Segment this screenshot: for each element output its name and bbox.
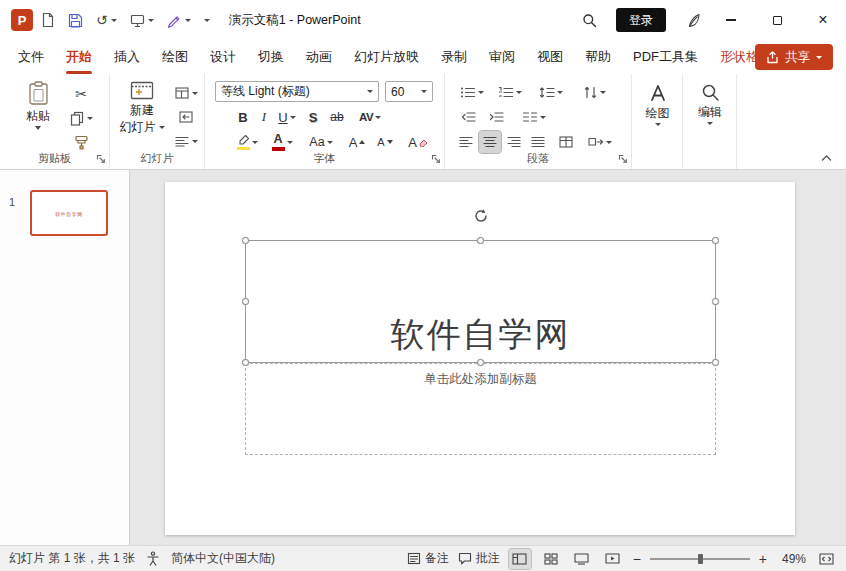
new-slide-button[interactable]: 新建 幻灯片 <box>116 81 168 135</box>
collapse-ribbon-button[interactable] <box>821 154 832 162</box>
font-color-button[interactable]: A <box>267 131 297 153</box>
increase-indent-button[interactable] <box>483 106 509 128</box>
new-file-button[interactable] <box>36 7 60 33</box>
fit-slide-to-window-button[interactable] <box>815 549 837 569</box>
zoom-slider[interactable] <box>650 552 750 566</box>
accessibility-button[interactable] <box>146 551 160 566</box>
title-placeholder[interactable]: 软件自学网 <box>245 240 716 363</box>
bullets-button[interactable] <box>455 81 489 103</box>
align-left-button[interactable] <box>455 131 477 153</box>
columns-button[interactable] <box>515 106 553 128</box>
strikethrough-button[interactable]: ab <box>325 106 349 128</box>
search-button[interactable] <box>574 7 604 33</box>
numbering-button[interactable] <box>493 81 527 103</box>
paragraph-dialog-launcher[interactable] <box>617 153 628 164</box>
ribbon: 粘贴 ✂ 剪贴板 新建 幻灯片 <box>0 74 846 170</box>
decrease-indent-button[interactable] <box>455 106 481 128</box>
tab-draw[interactable]: 绘图 <box>151 40 199 74</box>
ink-pen-button[interactable] <box>162 7 196 33</box>
quick-access-overflow-button[interactable] <box>199 7 215 33</box>
section-button[interactable] <box>170 132 202 150</box>
draw-quill-button[interactable] <box>678 7 708 33</box>
resize-handle-w[interactable] <box>242 298 249 305</box>
convert-to-smartart-button[interactable] <box>581 131 619 153</box>
tab-view[interactable]: 视图 <box>526 40 574 74</box>
font-dialog-launcher[interactable] <box>430 153 441 164</box>
font-name-select[interactable]: 等线 Light (标题) <box>215 81 379 102</box>
tab-animations[interactable]: 动画 <box>295 40 343 74</box>
align-center-button[interactable] <box>479 131 501 153</box>
close-button[interactable]: × <box>800 0 846 40</box>
resize-handle-sw[interactable] <box>242 359 249 366</box>
resize-handle-nw[interactable] <box>242 237 249 244</box>
comments-button[interactable]: 批注 <box>458 550 500 567</box>
rotate-handle[interactable] <box>473 208 489 224</box>
undo-button[interactable]: ↺ <box>91 7 122 33</box>
minimize-icon <box>726 19 736 20</box>
resize-handle-se[interactable] <box>712 359 719 366</box>
character-spacing-button[interactable]: AV <box>353 106 387 128</box>
line-spacing-button[interactable] <box>533 81 569 103</box>
tab-file[interactable]: 文件 <box>7 40 55 74</box>
resize-handle-n[interactable] <box>477 237 484 244</box>
slide-thumbnail[interactable]: 软件自学网 <box>30 190 108 236</box>
tab-insert[interactable]: 插入 <box>103 40 151 74</box>
slide-thumbnail-panel: 1 软件自学网 <box>0 170 130 545</box>
slide-sorter-view-button[interactable] <box>540 549 562 569</box>
save-button[interactable] <box>63 7 88 33</box>
cut-button[interactable]: ✂ <box>64 84 98 104</box>
tab-pdf-tools[interactable]: PDF工具集 <box>622 40 709 74</box>
format-painter-button[interactable] <box>64 132 98 152</box>
tab-help[interactable]: 帮助 <box>574 40 622 74</box>
copy-button[interactable] <box>64 108 98 128</box>
normal-view-button[interactable] <box>509 549 531 569</box>
justify-button[interactable] <box>527 131 549 153</box>
font-size-select[interactable]: 60 <box>385 81 433 102</box>
change-case-button[interactable]: Aa <box>305 131 337 153</box>
maximize-button[interactable] <box>754 0 800 40</box>
editing-group-button[interactable]: 编辑 <box>689 83 731 125</box>
slide-counter[interactable]: 幻灯片 第 1 张，共 1 张 <box>9 550 135 567</box>
start-slideshow-button[interactable] <box>125 7 159 33</box>
zoom-level[interactable]: 49% <box>776 552 806 566</box>
italic-button[interactable]: I <box>255 106 273 128</box>
save-icon <box>68 13 83 28</box>
tab-record[interactable]: 录制 <box>430 40 478 74</box>
layout-button[interactable] <box>170 84 202 102</box>
grow-font-button[interactable]: A <box>345 131 369 153</box>
notes-button[interactable]: 备注 <box>407 550 449 567</box>
reading-view-button[interactable] <box>571 549 593 569</box>
tab-design[interactable]: 设计 <box>199 40 247 74</box>
share-button[interactable]: 共享 <box>755 44 833 70</box>
text-shadow-button[interactable]: S <box>303 106 323 128</box>
drawing-group-button[interactable]: 绘图 <box>637 83 678 126</box>
tab-slideshow[interactable]: 幻灯片放映 <box>343 40 430 74</box>
highlight-color-button[interactable] <box>231 131 263 153</box>
login-button[interactable]: 登录 <box>616 8 666 32</box>
tab-transitions[interactable]: 切换 <box>247 40 295 74</box>
bold-button[interactable]: B <box>233 106 253 128</box>
resize-handle-s[interactable] <box>477 359 484 366</box>
underline-button[interactable]: U <box>275 106 299 128</box>
slideshow-view-button[interactable] <box>602 549 624 569</box>
zoom-out-button[interactable]: − <box>633 552 641 566</box>
slide-title-text[interactable]: 软件自学网 <box>391 312 571 358</box>
align-right-button[interactable] <box>503 131 525 153</box>
tab-home[interactable]: 开始 <box>55 40 103 74</box>
subtitle-placeholder[interactable]: 单击此处添加副标题 <box>245 363 716 455</box>
paste-button[interactable]: 粘贴 <box>16 81 60 130</box>
shrink-font-button[interactable]: A <box>373 131 397 153</box>
language-indicator[interactable]: 简体中文(中国大陆) <box>171 550 275 567</box>
resize-handle-e[interactable] <box>712 298 719 305</box>
slide[interactable]: 软件自学网 单击此处添加副标题 <box>165 182 795 535</box>
clipboard-dialog-launcher[interactable] <box>95 153 106 164</box>
zoom-in-button[interactable]: + <box>759 552 767 566</box>
zoom-slider-thumb[interactable] <box>698 554 703 564</box>
reset-slide-button[interactable] <box>170 108 202 126</box>
tab-review[interactable]: 审阅 <box>478 40 526 74</box>
minimize-button[interactable] <box>708 0 754 40</box>
text-direction-button[interactable] <box>577 81 611 103</box>
clear-formatting-button[interactable]: A <box>405 131 431 153</box>
resize-handle-ne[interactable] <box>712 237 719 244</box>
add-remove-columns-button[interactable] <box>555 131 577 153</box>
